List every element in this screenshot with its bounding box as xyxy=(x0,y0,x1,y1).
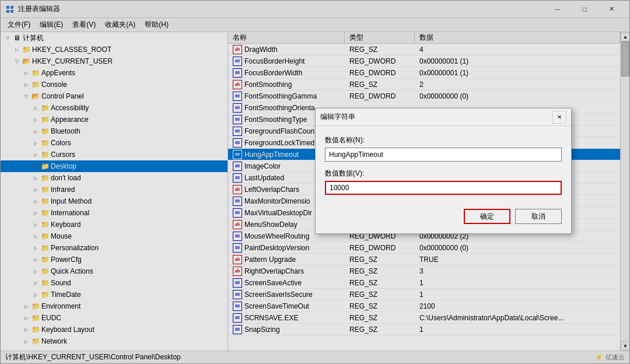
cancel-button[interactable]: 取消 xyxy=(515,209,562,224)
name-input[interactable] xyxy=(325,148,562,162)
dialog-title: 编辑字符串 xyxy=(320,112,552,122)
value-field-group: 数值数据(V): xyxy=(325,169,562,195)
value-label: 数值数据(V): xyxy=(325,169,562,178)
dialog-footer: 确定 取消 xyxy=(316,204,571,233)
dialog-body: 数值名称(N): 数值数据(V): xyxy=(316,126,571,204)
name-field-group: 数值名称(N): xyxy=(325,135,562,162)
dialog-close-button[interactable]: ✕ xyxy=(552,111,566,124)
value-input[interactable] xyxy=(325,181,562,195)
dialog-overlay: 编辑字符串 ✕ 数值名称(N): 数值数据(V): 确定 取消 xyxy=(0,0,630,364)
dialog-title-bar: 编辑字符串 ✕ xyxy=(316,108,571,126)
ok-button[interactable]: 确定 xyxy=(464,209,510,224)
name-label: 数值名称(N): xyxy=(325,135,562,145)
edit-string-dialog: 编辑字符串 ✕ 数值名称(N): 数值数据(V): 确定 取消 xyxy=(315,108,572,234)
